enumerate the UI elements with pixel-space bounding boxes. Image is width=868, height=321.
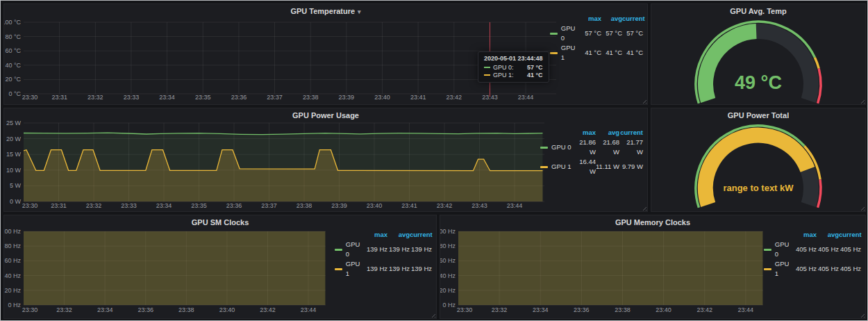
x-axis-tick-label: 23:42 [696, 306, 712, 313]
x-axis-tick-label: 23:34 [533, 306, 549, 313]
legend-value-cell: 139 Hz [365, 245, 387, 254]
x-axis-tick-label: 23:39 [339, 94, 355, 101]
x-axis-tick-label: 23:41 [401, 202, 417, 209]
x-axis-tick-label: 23:35 [191, 202, 207, 209]
tooltip-timestamp: 2020-05-01 23:44:48 [484, 55, 543, 62]
legend-value-cell: 405 Hz [794, 264, 817, 274]
x-axis-tick-label: 23:38 [178, 306, 194, 313]
graph-tooltip: 2020-05-01 23:44:48 GPU 0: 57 °C GPU 1: … [478, 51, 549, 83]
panel-title-text: GPU SM Clocks [192, 218, 249, 227]
legend-series-row[interactable]: GPU 0139 Hz139 Hz139 Hz [335, 240, 432, 259]
legend-value-cell: 41 °C [622, 48, 643, 58]
x-axis-tick-label: 23:39 [331, 202, 347, 209]
legend-series-row[interactable]: GPU 1139 Hz139 Hz139 Hz [335, 259, 432, 279]
x-axis-tick-label: 23:32 [87, 94, 103, 101]
x-axis-tick-label: 23:30 [22, 306, 38, 313]
x-axis-tick-label: 23:32 [492, 306, 508, 313]
x-axis-tick-label: 23:41 [410, 94, 426, 101]
gpu-power-usage-legend: maxavgcurrentGPU 021.86 W21.68 W21.77 WG… [540, 128, 643, 176]
panel-title-gpu-memory-clocks[interactable]: GPU Memory Clocks [440, 215, 865, 229]
legend-column-header[interactable]: max [794, 230, 817, 240]
x-axis-tick-label: 23:40 [219, 306, 235, 313]
series-group [24, 229, 325, 305]
x-axis-tick-label: 23:38 [303, 94, 319, 101]
legend-column-header[interactable]: current [410, 230, 432, 240]
grafana-dashboard: GPU Temperature▾ 100 °C80 °C60 °C40 °C20… [0, 0, 868, 321]
legend-value-cell: 405 Hz [794, 245, 817, 254]
gauge-value-text: 49 °C [651, 72, 865, 94]
legend-series-row[interactable]: GPU 0405 Hz405 Hz405 Hz [764, 240, 861, 259]
legend-value-cell: 139 Hz [410, 245, 432, 254]
legend-column-header[interactable]: max [581, 14, 601, 24]
gauge-gpu-power-total [651, 120, 865, 211]
legend-column-header[interactable]: avg [601, 14, 622, 24]
legend-value-cell: 11.11 W [596, 162, 619, 172]
series-group [24, 133, 543, 201]
x-axis-tick-label: 23:36 [231, 94, 247, 101]
x-axis-tick-label: 23:36 [574, 306, 590, 313]
legend-value-cell: 139 Hz [410, 264, 432, 274]
legend-column-header[interactable]: avg [596, 128, 619, 138]
panel-gpu-sm-clocks: GPU SM Clocks 100 Hz80 Hz60 Hz40 Hz20 Hz… [3, 215, 437, 319]
x-axis-tick-label: 23:38 [615, 306, 631, 313]
x-axis-tick-label: 23:33 [121, 202, 137, 209]
legend-column-header[interactable]: max [365, 230, 387, 240]
legend-series-row[interactable]: GPU 141 °C41 °C41 °C [550, 43, 643, 63]
x-axis-tick-label: 23:31 [51, 94, 67, 101]
legend-column-header[interactable]: current [622, 14, 643, 24]
legend-column-header[interactable]: avg [817, 230, 839, 240]
x-axis-tick-label: 23:30 [457, 306, 473, 313]
legend-column-header[interactable]: max [572, 128, 596, 138]
gpu-temperature-legend: maxavgcurrentGPU 057 °C57 °C57 °CGPU 141… [550, 14, 643, 63]
legend-value-cell: 9.79 W [619, 162, 643, 172]
legend-value-cell: 57 °C [622, 28, 643, 38]
x-axis-tick-label: 23:44 [518, 94, 534, 101]
x-axis-tick-label: 23:32 [86, 202, 102, 209]
tooltip-series-name: GPU 1: [493, 72, 514, 79]
tooltip-series-value: 57 °C [527, 64, 543, 71]
y-axis-tick-label: 80 Hz [4, 242, 21, 249]
panel-title-gpu-sm-clocks[interactable]: GPU SM Clocks [4, 215, 436, 229]
legend-header-row: maxavgcurrent [550, 14, 643, 24]
legend-value-cell: 139 Hz [365, 264, 387, 274]
y-axis-tick-label: 60 Hz [4, 257, 21, 264]
legend-value-cell: 41 °C [601, 48, 622, 58]
y-axis-tick-label: 100 °C [4, 19, 21, 26]
x-axis-tick-label: 23:37 [267, 94, 283, 101]
x-axis-tick-label: 23:36 [137, 306, 153, 313]
tooltip-row: GPU 1: 41 °C [484, 72, 543, 79]
series-color-dash [550, 33, 558, 35]
legend-series-row[interactable]: GPU 057 °C57 °C57 °C [550, 24, 643, 43]
series-color-dash [484, 67, 490, 68]
x-axis-tick-label: 23:44 [507, 202, 523, 209]
legend-column-header[interactable]: avg [387, 230, 410, 240]
y-axis-tick-label: 20 Hz [4, 287, 21, 294]
grid-lines [24, 22, 556, 94]
series-fill [458, 229, 762, 305]
legend-value-cell: 21.68 W [596, 138, 619, 157]
x-axis-tick-label: 23:38 [297, 202, 312, 209]
panel-gpu-power-usage: GPU Power Usage 25 W20 W15 W10 W5 W0 W23… [3, 108, 648, 212]
y-axis-tick-label: 25 W [6, 120, 22, 126]
y-axis-tick-label: 60 °C [5, 47, 21, 54]
gauge-value-arc [706, 135, 808, 205]
gpu-memory-clocks-legend: maxavgcurrentGPU 0405 Hz405 Hz405 HzGPU … [764, 230, 861, 279]
x-axis-tick-label: 23:42 [260, 306, 276, 313]
y-axis-tick-label: 80 °C [5, 33, 21, 40]
legend-value-cell: 21.77 W [619, 138, 643, 157]
legend-column-header[interactable]: current [619, 128, 643, 138]
y-axis-tick-label: 100 Hz [4, 229, 21, 235]
y-axis-tick-label: 80 Hz [440, 242, 456, 249]
panel-gpu-power-total: GPU Power Total range to text kW [651, 108, 866, 212]
x-axis-tick-label: 23:34 [156, 202, 172, 209]
legend-series-row[interactable]: GPU 1405 Hz405 Hz405 Hz [764, 259, 861, 279]
legend-column-header[interactable]: current [839, 230, 861, 240]
tooltip-series-value: 41 °C [527, 72, 543, 79]
legend-series-row[interactable]: GPU 116.44 W11.11 W9.79 W [540, 157, 643, 176]
y-axis-tick-label: 10 W [6, 167, 22, 174]
chevron-down-icon: ▾ [358, 8, 361, 15]
legend-series-row[interactable]: GPU 021.86 W21.68 W21.77 W [540, 138, 643, 157]
y-axis-tick-label: 0 °C [8, 90, 21, 97]
series-color-dash [335, 268, 342, 270]
tooltip-series-name: GPU 0: [493, 64, 514, 71]
